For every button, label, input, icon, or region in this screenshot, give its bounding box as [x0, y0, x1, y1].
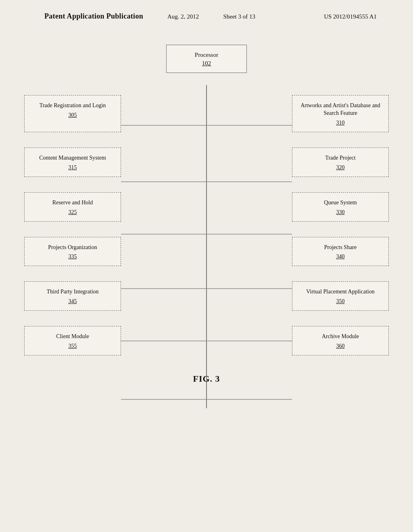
module-num-330: 330: [299, 209, 382, 216]
module-label-320: Trade Project: [299, 154, 382, 162]
module-num-315: 315: [31, 164, 114, 171]
module-label-350: Virtual Placement Application: [299, 288, 382, 296]
page: Patent Application Publication Aug. 2, 2…: [0, 0, 413, 532]
processor-number: 102: [175, 60, 238, 67]
module-label-305: Trade Registration and Login: [31, 102, 114, 110]
module-num-335: 335: [31, 254, 114, 260]
row-6: Client Module 355 Archive Module 360: [24, 326, 389, 355]
header: Patent Application Publication Aug. 2, 2…: [0, 0, 413, 25]
module-num-340: 340: [299, 254, 382, 260]
module-box-320: Trade Project 320: [292, 148, 389, 177]
module-box-325: Reserve and Hold 325: [24, 192, 121, 222]
module-num-320: 320: [299, 164, 382, 171]
module-box-345: Third Party Integration 345: [24, 281, 121, 311]
fig-label: FIG. 3: [24, 374, 389, 384]
module-label-315: Content Management System: [31, 154, 114, 162]
module-label-310: Artworks and Artist's Database and Searc…: [299, 102, 382, 117]
row-3: Reserve and Hold 325 Queue System 330: [24, 192, 389, 222]
module-num-345: 345: [31, 298, 114, 305]
module-box-315: Content Management System 315: [24, 148, 121, 177]
module-box-340: Projects Share 340: [292, 237, 389, 266]
processor-box: Processor 102: [166, 45, 247, 73]
module-num-310: 310: [299, 120, 382, 126]
module-label-345: Third Party Integration: [31, 288, 114, 296]
module-label-330: Queue System: [299, 199, 382, 207]
module-box-330: Queue System 330: [292, 192, 389, 222]
row-1: Trade Registration and Login 305 Artwork…: [24, 95, 389, 132]
module-label-360: Archive Module: [299, 333, 382, 341]
module-label-325: Reserve and Hold: [31, 199, 114, 207]
module-label-355: Client Module: [31, 333, 114, 341]
header-sheet: Sheet 3 of 13: [223, 13, 255, 20]
row-5: Third Party Integration 345 Virtual Plac…: [24, 281, 389, 311]
module-box-305: Trade Registration and Login 305: [24, 95, 121, 132]
module-box-335: Projects Organization 335: [24, 237, 121, 266]
diagram-area: Processor 102 Trade Registration and Log…: [0, 25, 413, 408]
module-num-360: 360: [299, 343, 382, 349]
header-patent: US 2012/0194555 A1: [324, 13, 377, 20]
module-box-360: Archive Module 360: [292, 326, 389, 355]
module-num-355: 355: [31, 343, 114, 349]
module-box-310: Artworks and Artist's Database and Searc…: [292, 95, 389, 132]
module-num-350: 350: [299, 298, 382, 305]
module-label-340: Projects Share: [299, 244, 382, 251]
row-2: Content Management System 315 Trade Proj…: [24, 148, 389, 177]
row-4: Projects Organization 335 Projects Share…: [24, 237, 389, 266]
module-num-305: 305: [31, 112, 114, 118]
processor-label: Processor: [175, 52, 238, 58]
module-num-325: 325: [31, 209, 114, 216]
module-label-335: Projects Organization: [31, 244, 114, 251]
module-box-355: Client Module 355: [24, 326, 121, 355]
header-date: Aug. 2, 2012: [167, 13, 199, 20]
header-title: Patent Application Publication: [44, 12, 143, 21]
module-box-350: Virtual Placement Application 350: [292, 281, 389, 311]
